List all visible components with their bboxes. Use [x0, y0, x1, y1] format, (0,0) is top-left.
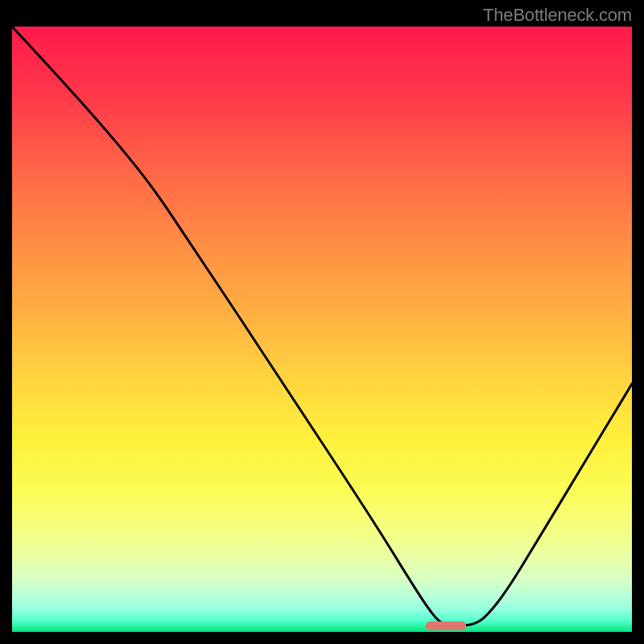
- attribution-text: TheBottleneck.com: [483, 5, 632, 26]
- chart-curve-layer: [12, 27, 632, 632]
- chart-frame: [12, 27, 632, 632]
- optimum-marker: [426, 621, 466, 630]
- bottleneck-curve: [12, 27, 632, 625]
